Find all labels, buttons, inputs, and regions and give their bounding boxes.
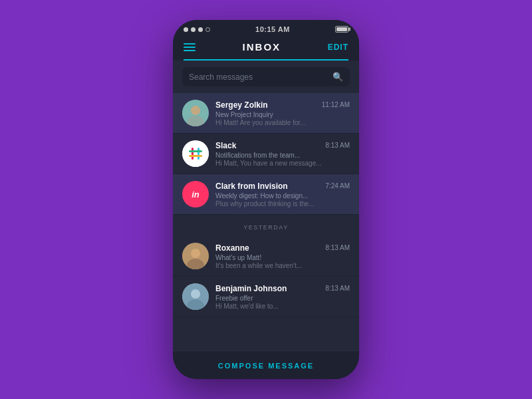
preview-invision: Plus why product thinking is the... xyxy=(215,200,350,207)
section-divider-yesterday: YESTERDAY xyxy=(173,215,359,236)
time-slack: 8:13 AM xyxy=(325,142,350,149)
time-invision: 7:24 AM xyxy=(325,182,350,190)
dot-4 xyxy=(205,27,210,32)
message-content-roxanne: Roxanne 8:13 AM What's up Matt! It's bee… xyxy=(215,243,350,269)
time-benjamin: 8:13 AM xyxy=(325,285,350,292)
compose-bar: COMPOSE MESSAGE xyxy=(173,350,359,379)
svg-point-1 xyxy=(191,106,200,115)
avatar-benjamin-img xyxy=(182,283,209,310)
message-item-slack[interactable]: Slack 8:13 AM Notifications from the tea… xyxy=(173,134,359,174)
svg-rect-6 xyxy=(189,150,202,152)
avatar-roxanne xyxy=(182,243,209,269)
message-item-invision[interactable]: in Clark from Invision 7:24 AM Weekly di… xyxy=(173,174,359,215)
svg-point-3 xyxy=(182,140,209,167)
avatar-invision: in xyxy=(182,181,209,207)
message-top-slack: Slack 8:13 AM xyxy=(215,141,350,150)
preview-benjamin: Hi Matt, we'd like to... xyxy=(215,303,350,310)
search-icon: 🔍 xyxy=(332,72,343,82)
avatar-slack xyxy=(182,140,209,167)
time-roxanne: 8:13 AM xyxy=(325,244,350,251)
svg-point-12 xyxy=(191,289,200,299)
avatar-benjamin xyxy=(182,283,209,310)
svg-rect-5 xyxy=(198,148,200,160)
edit-button[interactable]: EDIT xyxy=(328,43,348,52)
preview-roxanne: It's been a while we haven't... xyxy=(215,262,350,269)
search-input-wrap[interactable]: Search messages 🔍 xyxy=(182,67,350,86)
status-time: 10:15 AM xyxy=(255,25,290,33)
header-row: INBOX EDIT xyxy=(184,41,348,58)
search-bar: Search messages 🔍 xyxy=(173,61,359,93)
message-top-roxanne: Roxanne 8:13 AM xyxy=(215,243,350,253)
hamburger-line-3 xyxy=(184,50,196,51)
invision-logo: in xyxy=(192,190,200,200)
battery-indicator xyxy=(335,26,348,33)
message-top-benjamin: Benjamin Johnson 8:13 AM xyxy=(215,284,350,293)
sender-invision: Clark from Invision xyxy=(215,182,288,191)
dot-1 xyxy=(184,27,188,32)
sender-slack: Slack xyxy=(215,141,236,150)
message-item-benjamin[interactable]: Benjamin Johnson 8:13 AM Freebie offer H… xyxy=(173,277,359,317)
sender-benjamin: Benjamin Johnson xyxy=(215,284,287,293)
status-bar: 10:15 AM xyxy=(173,20,359,36)
header-title: INBOX xyxy=(243,41,281,53)
message-content-invision: Clark from Invision 7:24 AM Weekly diges… xyxy=(215,182,350,207)
subject-invision: Weekly digest: How to design... xyxy=(215,192,350,200)
sender-sergey: Sergey Zolkin xyxy=(215,100,268,110)
message-item-roxanne[interactable]: Roxanne 8:13 AM What's up Matt! It's bee… xyxy=(173,236,359,277)
dot-3 xyxy=(198,27,203,32)
battery-fill xyxy=(336,27,347,31)
time-sergey: 11:12 AM xyxy=(322,101,350,108)
header: INBOX EDIT xyxy=(173,36,359,61)
hamburger-line-1 xyxy=(184,43,196,45)
menu-icon[interactable] xyxy=(184,43,196,51)
battery-icon xyxy=(335,26,348,33)
message-list: Sergey Zolkin 11:12 AM New Project Inqui… xyxy=(173,93,359,350)
message-top-invision: Clark from Invision 7:24 AM xyxy=(215,182,350,191)
subject-slack: Notifications from the team... xyxy=(215,152,350,159)
message-top-sergey: Sergey Zolkin 11:12 AM xyxy=(215,100,350,110)
avatar-sergey xyxy=(182,100,209,126)
section-label-yesterday: YESTERDAY xyxy=(243,224,288,231)
svg-rect-7 xyxy=(189,155,202,157)
subject-roxanne: What's up Matt! xyxy=(215,254,350,261)
svg-rect-4 xyxy=(192,148,194,160)
svg-point-9 xyxy=(191,249,200,258)
message-content-slack: Slack 8:13 AM Notifications from the tea… xyxy=(215,141,350,167)
sender-roxanne: Roxanne xyxy=(215,243,249,253)
avatar-roxanne-img xyxy=(182,243,209,269)
avatar-sergey-img xyxy=(182,100,209,126)
hamburger-line-2 xyxy=(184,47,196,48)
signal-dots xyxy=(184,27,210,32)
message-content-benjamin: Benjamin Johnson 8:13 AM Freebie offer H… xyxy=(215,284,350,310)
search-placeholder: Search messages xyxy=(189,72,327,82)
subject-sergey: New Project Inquiry xyxy=(215,111,350,118)
message-item-sergey[interactable]: Sergey Zolkin 11:12 AM New Project Inqui… xyxy=(173,93,359,134)
subject-benjamin: Freebie offer xyxy=(215,295,350,302)
phone-frame: 10:15 AM INBOX EDIT Search messages 🔍 xyxy=(173,20,359,379)
message-content-sergey: Sergey Zolkin 11:12 AM New Project Inqui… xyxy=(215,100,350,126)
preview-sergey: Hi Matt! Are you available for... xyxy=(215,119,350,126)
dot-2 xyxy=(191,27,196,32)
compose-button[interactable]: COMPOSE MESSAGE xyxy=(218,362,314,370)
slack-logo xyxy=(182,140,209,167)
preview-slack: Hi Matt, You have a new message... xyxy=(215,160,350,167)
